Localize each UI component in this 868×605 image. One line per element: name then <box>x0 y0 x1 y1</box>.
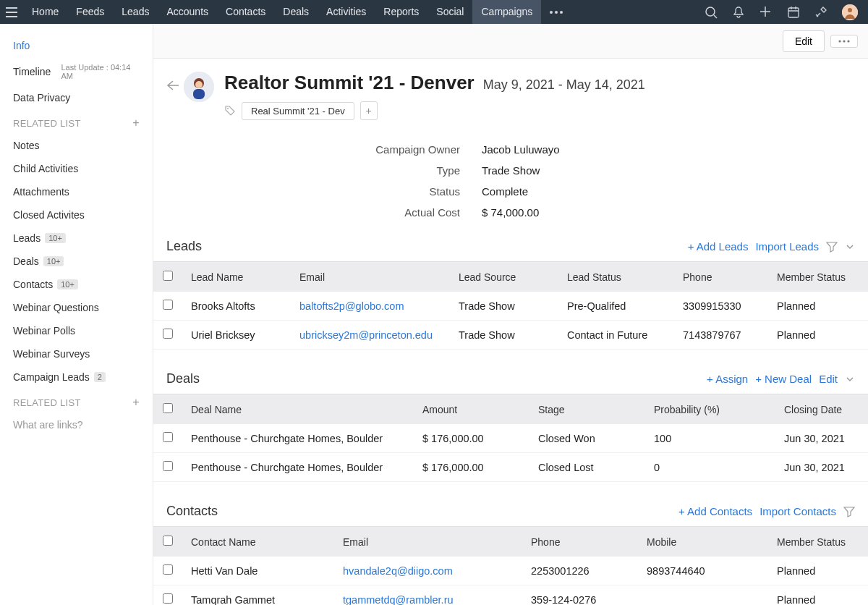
import-contacts-link[interactable]: Import Contacts <box>760 505 836 517</box>
deals-select-all[interactable] <box>163 403 173 413</box>
field-label-status: Status <box>153 185 482 198</box>
more-actions-button[interactable] <box>830 35 858 48</box>
table-row[interactable]: Penthouse - Churchgate Homes, Boulder$ 1… <box>153 424 868 453</box>
import-leads-link[interactable]: Import Leads <box>755 240 819 253</box>
sidebar-data-privacy[interactable]: Data Privacy <box>0 86 153 109</box>
sidebar-item-campaign-leads[interactable]: Campaign Leads2 <box>0 365 153 389</box>
table-row[interactable]: Tamqrah Gammettgammetdq@rambler.ru359-12… <box>153 585 868 606</box>
col-deal-amount: Amount <box>414 394 529 425</box>
cell-deal-prob: 0 <box>645 453 775 482</box>
nav-feeds[interactable]: Feeds <box>67 0 113 24</box>
table-row[interactable]: Brooks Altoftsbaltofts2p@globo.comTrade … <box>153 292 868 321</box>
field-value-cost: $ 74,000.00 <box>482 206 539 219</box>
sidebar-item-closed-activites[interactable]: Closed Activites <box>0 203 153 227</box>
cell-contact-name: Hetti Van Dale <box>182 557 334 585</box>
cell-contact-member: Planned <box>768 585 868 606</box>
row-checkbox[interactable] <box>163 593 173 604</box>
nav-contacts[interactable]: Contacts <box>217 0 274 24</box>
field-value-status: Complete <box>482 185 528 198</box>
section-label: RELATED LIST <box>13 397 81 408</box>
contacts-select-all[interactable] <box>163 536 173 546</box>
nav-social[interactable]: Social <box>427 0 472 24</box>
cell-lead-email[interactable]: baltofts2p@globo.com <box>299 300 404 312</box>
nav-reports[interactable]: Reports <box>375 0 427 24</box>
cell-deal-date: Jun 30, 2021 <box>775 453 868 482</box>
table-row[interactable]: Penthouse - Churchgate Homes, Boulder$ 1… <box>153 453 868 482</box>
section-title-leads: Leads <box>166 239 202 254</box>
row-checkbox[interactable] <box>163 564 173 575</box>
sidebar-item-label: Webinar Surveys <box>13 348 90 360</box>
cell-contact-email[interactable]: hvandale2q@diigo.com <box>343 565 453 577</box>
edit-button[interactable]: Edit <box>783 30 825 52</box>
plus-icon[interactable] <box>760 6 773 19</box>
leads-select-all[interactable] <box>163 271 173 281</box>
tag-add-button[interactable]: + <box>360 101 378 120</box>
add-leads-link[interactable]: + Add Leads <box>688 240 749 253</box>
cell-deal-name: Penthouse - Churchgate Homes, Boulder <box>182 424 414 453</box>
record-avatar <box>184 72 214 102</box>
edit-deal-link[interactable]: Edit <box>819 373 838 385</box>
assign-deal-link[interactable]: + Assign <box>707 373 748 385</box>
sidebar-item-contacts[interactable]: Contacts10+ <box>0 273 153 296</box>
topbar: HomeFeedsLeadsAccountsContactsDealsActiv… <box>0 0 868 24</box>
cell-contact-email[interactable]: tgammetdq@rambler.ru <box>343 594 454 606</box>
hamburger-icon[interactable] <box>0 7 23 17</box>
nav-accounts[interactable]: Accounts <box>158 0 217 24</box>
nav-campaigns[interactable]: Campaigns <box>472 0 541 24</box>
sidebar-item-webinar-questions[interactable]: Webinar Questions <box>0 296 153 319</box>
sidebar-item-label: Campaign Leads <box>13 371 90 383</box>
row-checkbox[interactable] <box>163 300 173 310</box>
cell-lead-email[interactable]: ubricksey2m@princeton.edu <box>299 329 433 341</box>
action-row: Edit <box>153 24 868 59</box>
row-checkbox[interactable] <box>163 432 173 442</box>
section-add-icon[interactable]: + <box>132 396 140 409</box>
sidebar-section-related-1: RELATED LIST + <box>0 109 153 134</box>
tag-chip[interactable]: Real Summit '21 - Dev <box>242 102 354 120</box>
sidebar-item-deals[interactable]: Deals10+ <box>0 250 153 273</box>
add-contacts-link[interactable]: + Add Contacts <box>678 505 752 517</box>
nav-overflow-icon[interactable] <box>541 11 571 14</box>
search-icon[interactable] <box>705 6 718 19</box>
back-icon[interactable] <box>166 72 184 90</box>
col-deal-date: Closing Date <box>775 394 868 425</box>
filter-icon[interactable] <box>826 241 838 253</box>
sidebar-info[interactable]: Info <box>0 34 153 57</box>
calendar-icon[interactable] <box>787 6 800 19</box>
section-add-icon[interactable]: + <box>132 117 140 130</box>
row-checkbox[interactable] <box>163 329 173 339</box>
sidebar-item-notes[interactable]: Notes <box>0 134 153 157</box>
nav-activities[interactable]: Activities <box>318 0 375 24</box>
sidebar-item-leads[interactable]: Leads10+ <box>0 227 153 250</box>
nav-home[interactable]: Home <box>23 0 67 24</box>
chevron-down-icon[interactable] <box>845 374 855 384</box>
sidebar-item-webinar-surveys[interactable]: Webinar Surveys <box>0 342 153 365</box>
field-value-owner: Jacob Luluwayo <box>482 143 560 156</box>
nav-leads[interactable]: Leads <box>113 0 158 24</box>
sidebar-timeline[interactable]: Timeline Last Update : 04:14 AM <box>0 57 153 86</box>
svg-point-14 <box>227 108 229 109</box>
tools-icon[interactable] <box>814 6 827 19</box>
sidebar-item-webinar-polls[interactable]: Webinar Polls <box>0 319 153 342</box>
table-row[interactable]: Uriel Brickseyubricksey2m@princeton.eduT… <box>153 321 868 350</box>
cell-contact-member: Planned <box>768 557 868 585</box>
bell-icon[interactable] <box>732 6 745 19</box>
filter-icon[interactable] <box>843 506 855 517</box>
svg-point-13 <box>195 81 203 88</box>
chevron-down-icon[interactable] <box>845 242 855 252</box>
sidebar-badge: 10+ <box>57 279 78 289</box>
row-checkbox[interactable] <box>163 461 173 471</box>
cell-deal-stage: Closed Lost <box>529 453 645 482</box>
new-deal-link[interactable]: + New Deal <box>755 373 812 385</box>
col-contact-member: Member Status <box>768 527 868 557</box>
sidebar-item-child-activities[interactable]: Child Activities <box>0 157 153 180</box>
cell-deal-stage: Closed Won <box>529 424 645 453</box>
table-row[interactable]: Hetti Van Dalehvandale2q@diigo.com225300… <box>153 557 868 585</box>
cell-deal-prob: 100 <box>645 424 775 453</box>
nav-deals[interactable]: Deals <box>274 0 318 24</box>
cell-lead-source: Trade Show <box>450 292 558 321</box>
sidebar-item-attachments[interactable]: Attachments <box>0 180 153 203</box>
user-avatar[interactable] <box>842 4 858 20</box>
sidebar-timeline-label: Timeline <box>13 66 51 77</box>
sidebar-what-links[interactable]: What are links? <box>0 413 153 436</box>
col-contact-email: Email <box>334 527 522 557</box>
